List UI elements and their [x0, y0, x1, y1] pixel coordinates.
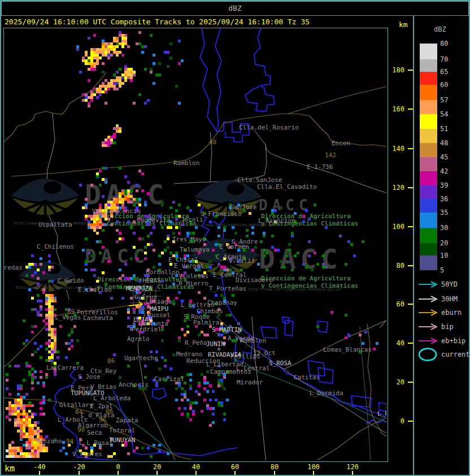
bottom-axis-label: -40: [28, 464, 51, 470]
right-axis-tick: [408, 343, 413, 344]
right-axis-label: 0: [391, 418, 404, 425]
right-axis-label: 60: [391, 301, 404, 308]
bottom-axis-unit: km: [5, 464, 15, 474]
bottom-axis-label: 120: [341, 464, 364, 470]
radar-app-window: dBZ 2025/09/24 16:10:00 UTC Composite Tr…: [0, 0, 470, 476]
bottom-axis-tick: [195, 471, 197, 475]
legend-sidebar: dBZ 807065605754514845423936353020105 50…: [414, 16, 469, 475]
bottom-axis-tick: [313, 471, 314, 475]
bottom-axis-tick: [234, 471, 236, 475]
right-axis-label: 80: [391, 262, 404, 269]
bottom-axis-tick: [79, 471, 80, 475]
sidebar-divider: [413, 16, 414, 475]
right-axis-unit: km: [399, 20, 408, 29]
right-axis-tick: [408, 148, 413, 149]
bottom-axis-label: 60: [224, 464, 246, 470]
right-axis-label: 180: [391, 67, 404, 73]
right-axis-label: 40: [391, 340, 404, 347]
title-dbz: dBZ: [228, 4, 241, 12]
right-axis-label: 160: [391, 106, 404, 112]
right-axis-tick: [408, 421, 413, 422]
right-axis-label: 120: [391, 184, 404, 191]
bottom-axis-label: -20: [68, 464, 90, 470]
timestamp-header: 2025/09/24 16:10:00 UTC Composite Tracks…: [5, 16, 310, 28]
radar-map-canvas: DACCDACCDACCDACCDirección de Agricultura…: [4, 28, 386, 460]
right-axis-tick: [408, 304, 413, 305]
bottom-axis-tick: [118, 471, 119, 475]
bottom-axis-label: 80: [263, 464, 286, 470]
right-axis-label: 20: [391, 379, 404, 386]
bottom-axis-tick: [156, 471, 158, 475]
right-axis-tick: [408, 70, 413, 71]
right-axis-tick: [408, 109, 413, 110]
bottom-axis-label: 100: [302, 464, 325, 470]
storm-track-marker: [4, 28, 386, 460]
legend-arrow-glyphs: [414, 16, 469, 475]
right-axis-tick: [408, 187, 413, 188]
right-axis-tick: [408, 265, 413, 266]
right-axis-label: 100: [391, 223, 404, 230]
bottom-axis-label: 20: [146, 464, 168, 470]
header-bar: 2025/09/24 16:10:00 UTC Composite Tracks…: [1, 16, 413, 28]
bottom-axis-label: 0: [107, 464, 129, 470]
title-bar: dBZ: [1, 1, 469, 16]
right-axis-tick: [408, 226, 413, 227]
bottom-axis-tick: [352, 471, 353, 475]
bottom-axis-tick: [274, 471, 275, 475]
bottom-axis-label: 40: [185, 464, 207, 470]
right-axis-label: 140: [391, 145, 404, 152]
right-axis-tick: [408, 382, 413, 383]
bottom-axis-tick: [39, 471, 40, 475]
